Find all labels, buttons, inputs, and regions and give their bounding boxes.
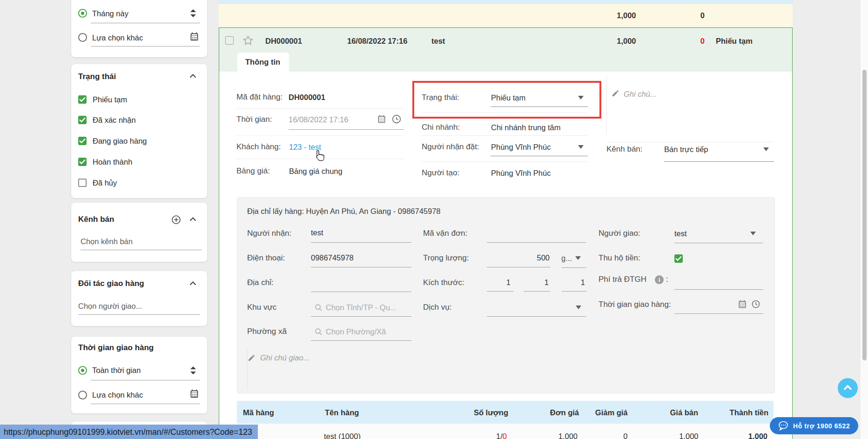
svg-text:i: i: [659, 276, 660, 283]
